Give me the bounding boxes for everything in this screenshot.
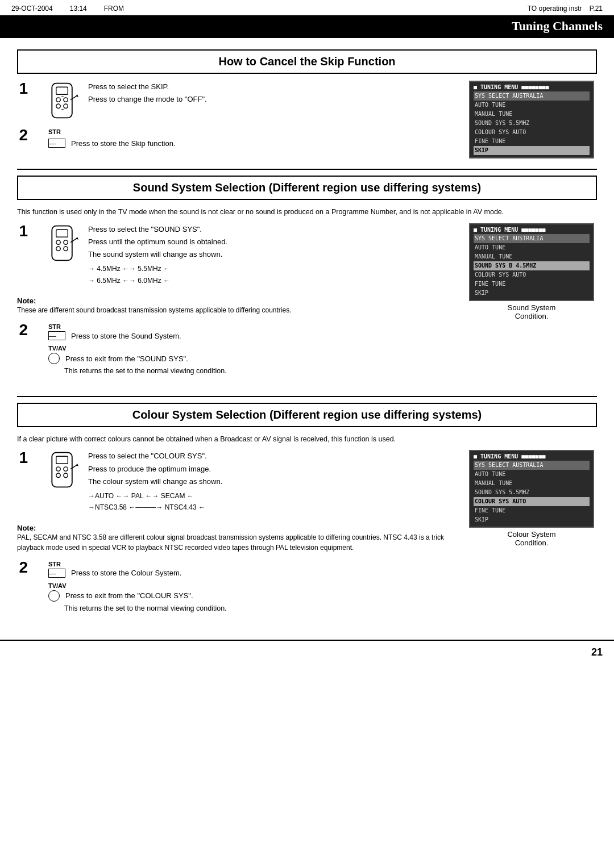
svg-rect-11	[56, 229, 68, 237]
colour-tvav-instruction: Press to exit from the "COLOUR SYS".	[65, 591, 193, 600]
colour-screen-row4: SOUND SYS 5.5MHZ	[474, 488, 590, 497]
sound-str-instruction: Press to store the Sound System.	[71, 332, 181, 340]
skip-step1-text: Press to select the SKIP. Press to chang…	[88, 81, 455, 107]
sound-step2: 2 STR — Press to store the Sound System.…	[17, 322, 455, 379]
colour-tvav-btn-row: Press to exit from the "COLOUR SYS".	[48, 590, 455, 602]
svg-point-12	[56, 240, 60, 244]
svg-point-22	[56, 473, 60, 477]
sound-screen: ■ TUNING MENU ■■■■■■■ SYS SELECT AUSTRAL…	[469, 223, 594, 301]
sound-screen-title: ■ TUNING MENU ■■■■■■■	[474, 227, 590, 233]
svg-rect-10	[52, 226, 72, 260]
colour-tvav-section: TV/AV Press to exit from the "COLOUR SYS…	[48, 582, 455, 614]
sound-step1-icon	[43, 223, 82, 263]
section-skip-title: How to Cancel the Skip Function	[17, 49, 597, 74]
svg-point-2	[56, 98, 60, 102]
colour-step1-text: Press to select the "COLOUR SYS". Press …	[88, 450, 455, 516]
header-destination: operating instr	[538, 5, 582, 12]
svg-point-21	[64, 467, 68, 471]
sound-screen-row2: AUTO TUNE	[474, 243, 590, 252]
section-sound-title: Sound System Selection (Different region…	[17, 176, 597, 200]
colour-step1-i3: The colour system will change as shown.	[88, 477, 455, 487]
sound-tvav-btn-row: Press to exit from the "SOUND SYS".	[48, 353, 455, 364]
colour-description: If a clear picture with correct colours …	[17, 434, 597, 445]
colour-screen-row6: FINE TUNE	[474, 506, 590, 515]
remote-icon-2	[45, 223, 80, 263]
colour-step1-number: 1	[17, 450, 37, 466]
section-colour: Colour System Selection (Different regio…	[17, 403, 597, 623]
skip-screen-row6: FINE TUNE	[474, 137, 590, 146]
remote-icon-3	[45, 450, 80, 490]
skip-str-label: STR	[48, 128, 61, 135]
step-number-2: 2	[19, 127, 35, 143]
sound-freq-row2: → 6.5MHz ←→ 6.0MHz ←	[88, 275, 455, 286]
section-colour-title: Colour System Selection (Different regio…	[17, 403, 597, 427]
sound-step-number-2: 2	[19, 322, 35, 338]
colour-screen-title: ■ TUNING MENU ■■■■■■■	[474, 453, 590, 460]
colour-body: 1	[17, 450, 597, 623]
sound-freq-2: → 6.5MHz ←→ 6.0MHz ←	[88, 275, 170, 286]
skip-screen-row7: SKIP	[474, 146, 590, 155]
colour-return-instruction: This returns the set to the normal viewi…	[64, 604, 455, 614]
svg-rect-1	[56, 87, 68, 94]
colour-step2-number: 2	[17, 560, 37, 575]
sound-step2-number: 2	[17, 322, 37, 338]
header-page-ref: P.21	[590, 5, 603, 12]
header-left: 29-OCT-2004 13:14 FROM	[11, 5, 124, 12]
colour-step2: 2 STR — Press to store the Colour System…	[17, 560, 455, 616]
sound-step1-i2: Press until the optimum sound is obtaine…	[88, 237, 455, 247]
svg-point-14	[56, 247, 60, 251]
skip-str-row: STR	[48, 128, 455, 136]
skip-step2-number: 2	[17, 127, 37, 143]
section-sound: Sound System Selection (Different region…	[17, 176, 597, 386]
page-footer: 21	[0, 640, 614, 664]
header-right: TO operating instr P.21	[528, 5, 603, 12]
colour-screen-row5: COLOUR SYS AUTO	[474, 497, 590, 506]
colour-step1-icon	[43, 450, 82, 490]
sound-screen-row1: SYS SELECT AUSTRALIA	[474, 234, 590, 243]
colour-left: 1	[17, 450, 455, 623]
main-content: How to Cancel the Skip Function 1	[0, 38, 614, 640]
svg-rect-18	[52, 453, 72, 487]
page-number: 21	[591, 646, 603, 658]
sound-step-number-1: 1	[19, 223, 35, 239]
skip-screen: ■ TUNING MENU ■■■■■■■■ SYS SELECT AUSTRA…	[469, 81, 594, 158]
colour-freq-row1: →AUTO ←→ PAL ←→ SECAM ←	[88, 490, 455, 502]
header-time: 13:14	[70, 5, 87, 12]
sound-description: This function is used only in the TV mod…	[17, 207, 597, 218]
colour-step1-i1: Press to select the "COLOUR SYS".	[88, 451, 455, 461]
step-number-1: 1	[19, 81, 35, 97]
colour-right: ■ TUNING MENU ■■■■■■■ SYS SELECT AUSTRAL…	[466, 450, 597, 623]
remote-icon-1	[45, 81, 80, 120]
colour-screen-row3: MANUAL TUNE	[474, 479, 590, 488]
colour-freq-2: →NTSC3.58 ←———→ NTSC4.43 ←	[88, 502, 205, 513]
colour-step2-content: STR — Press to store the Colour System. …	[43, 560, 455, 616]
header-to: TO	[528, 5, 537, 12]
colour-step-number-1: 1	[19, 450, 35, 466]
colour-str-section: STR — Press to store the Colour System.	[48, 561, 455, 578]
sound-tvav-instruction: Press to exit from the "SOUND SYS".	[65, 354, 188, 363]
sound-freq-diagram: → 4.5MHz ←→ 5.5MHz ← → 6.5MHz ←→ 6.0MHz …	[88, 263, 455, 286]
colour-tvav-label: TV/AV	[48, 582, 455, 589]
svg-point-4	[56, 104, 60, 108]
sound-step2-content: STR — Press to store the Sound System. T…	[43, 322, 455, 379]
svg-rect-19	[56, 457, 68, 464]
banner-title: Tuning Channels	[512, 19, 603, 33]
sound-right: ■ TUNING MENU ■■■■■■■ SYS SELECT AUSTRAL…	[466, 223, 597, 386]
sound-tvav-button	[48, 353, 60, 364]
sound-body: 1	[17, 223, 597, 386]
str-button-box: —	[48, 139, 65, 148]
sound-str-section: STR — Press to store the Sound System.	[48, 323, 455, 340]
sound-freq-1: → 4.5MHz ←→ 5.5MHz ←	[88, 263, 170, 274]
svg-rect-0	[52, 84, 72, 118]
colour-screen: ■ TUNING MENU ■■■■■■■ SYS SELECT AUSTRAL…	[469, 450, 594, 528]
colour-str-label: STR	[48, 561, 455, 567]
colour-str-button: —	[48, 569, 65, 578]
section-skip-left: 1	[17, 81, 455, 158]
svg-point-20	[56, 467, 60, 471]
sound-condition-label: Sound SystemCondition.	[508, 303, 556, 320]
colour-tvav-button	[48, 590, 60, 602]
svg-point-13	[64, 240, 68, 244]
colour-str-instruction: Press to store the Colour System.	[71, 569, 181, 577]
sound-screen-row7: SKIP	[474, 289, 590, 298]
sound-note-text: These are different sound broadcast tran…	[17, 306, 291, 314]
